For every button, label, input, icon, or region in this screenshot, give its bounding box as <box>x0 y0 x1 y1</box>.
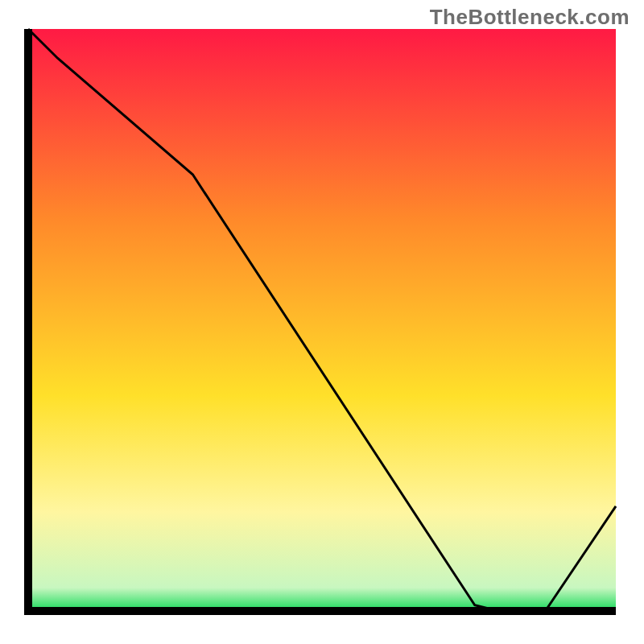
watermark-text: TheBottleneck.com <box>430 5 630 30</box>
plot-background <box>28 29 616 611</box>
bottleneck-chart <box>0 0 644 644</box>
